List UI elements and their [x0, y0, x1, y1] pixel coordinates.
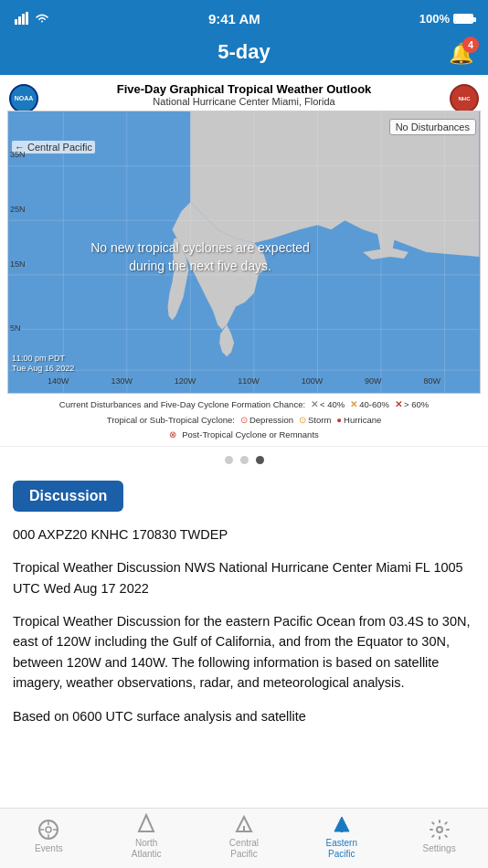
svg-rect-0: [15, 19, 17, 25]
discussion-text: 000 AXPZ20 KNHC 170830 TWDEP Tropical We…: [13, 524, 475, 727]
lat-label-25n: 25N: [10, 205, 26, 214]
lon-80w: 80W: [423, 376, 440, 386]
lat-label-5n: 5N: [10, 323, 21, 333]
map-timestamp: 11:00 pm PDT Tue Aug 16 2022: [12, 354, 74, 375]
nav-item-eastern-pacific[interactable]: EasternPacific: [292, 813, 390, 860]
map-wrapper[interactable]: Central Pacific No Disturbances 35N 25N …: [7, 111, 481, 394]
lat-label-15n: 15N: [10, 259, 26, 269]
signal-icon: [15, 12, 31, 25]
lon-120w: 120W: [175, 376, 196, 386]
status-time: 9:41 AM: [208, 11, 260, 26]
longitude-labels: 140W 130W 120W 110W 100W 90W 80W: [8, 376, 480, 386]
eastern-pacific-icon: [331, 813, 353, 835]
timestamp-line1: 11:00 pm PDT: [12, 354, 65, 363]
discussion-para2: Tropical Weather Discussion NWS National…: [13, 557, 475, 598]
nav-north-atlantic-label: NorthAtlantic: [132, 838, 162, 860]
lon-130w: 130W: [111, 376, 133, 386]
legend-mid-label: 40-60%: [359, 397, 389, 411]
nav-events-label: Events: [35, 843, 63, 854]
nav-item-north-atlantic[interactable]: NorthAtlantic: [98, 813, 196, 860]
nav-central-pacific-label: CentralPacific: [229, 838, 259, 860]
legend-type-label: Tropical or Sub-Tropical Cyclone:: [107, 413, 235, 427]
no-cyclones-text: No new tropical cyclones are expecteddur…: [90, 240, 310, 276]
lat-label-35n: 35N: [10, 150, 26, 159]
nav-bar: 5-day 🔔 4: [0, 33, 488, 75]
status-bar: 9:41 AM 100%: [0, 0, 488, 33]
timestamp-line2: Tue Aug 16 2022: [12, 364, 74, 373]
events-icon: [37, 819, 59, 841]
discussion-para3: Tropical Weather Discussion for the east…: [13, 611, 475, 693]
legend-low-label: < 40%: [320, 397, 345, 411]
bottom-nav: Events NorthAtlantic CentralPacific East…: [0, 808, 488, 868]
nhc-logo: NHC: [450, 84, 479, 113]
legend-x-mid: ✕: [350, 397, 357, 411]
svg-point-28: [437, 827, 442, 832]
nav-item-settings[interactable]: Settings: [390, 819, 488, 854]
svg-marker-23: [139, 815, 154, 831]
status-right: 100%: [419, 12, 473, 26]
legend-high-label: > 60%: [404, 397, 429, 411]
map-legend: Current Disturbances and Five-Day Cyclon…: [7, 394, 481, 442]
battery-percent: 100%: [419, 12, 450, 26]
discussion-button[interactable]: Discussion: [13, 481, 123, 512]
discussion-para1: 000 AXPZ20 KNHC 170830 TWDEP: [13, 524, 475, 545]
svg-rect-2: [22, 14, 25, 25]
no-disturbances-badge: No Disturbances: [389, 119, 476, 135]
lon-140w: 140W: [48, 376, 69, 386]
legend-storm: Storm: [308, 413, 331, 427]
discussion-para4: Based on 0600 UTC surface analysis and s…: [13, 706, 475, 726]
svg-point-18: [46, 827, 51, 832]
legend-hurricane-icon: ●: [336, 413, 342, 427]
svg-rect-1: [18, 16, 21, 25]
map-header-row: NOAA Five-Day Graphical Tropical Weather…: [7, 82, 481, 107]
notification-badge: 4: [462, 37, 479, 53]
legend-text: Current Disturbances and Five-Day Cyclon…: [59, 397, 305, 411]
map-container: NOAA Five-Day Graphical Tropical Weather…: [0, 75, 488, 447]
legend-x-high: ✕: [395, 397, 402, 411]
notification-bell[interactable]: 🔔 4: [449, 42, 473, 66]
nav-item-events[interactable]: Events: [0, 819, 98, 854]
nav-title: 5-day: [217, 40, 270, 64]
noaa-logo: NOAA: [9, 84, 38, 113]
dots-container: [0, 447, 488, 470]
legend-depression-icon: ⊙: [240, 413, 248, 427]
lon-100w: 100W: [302, 376, 324, 386]
legend-post-tropical-icon: ⊗: [169, 428, 176, 441]
status-left: [15, 12, 49, 25]
lon-110w: 110W: [238, 376, 260, 386]
settings-icon: [429, 819, 451, 841]
dot-3[interactable]: [256, 456, 264, 464]
dot-2[interactable]: [240, 456, 249, 464]
legend-depression: Depression: [249, 413, 293, 427]
legend-post-tropical: Post-Tropical Cyclone or Remnants: [182, 428, 319, 441]
wifi-icon: [35, 13, 49, 24]
nav-item-central-pacific[interactable]: CentralPacific: [196, 813, 293, 860]
battery-icon: [453, 14, 473, 24]
legend-x-low: ✕: [311, 397, 318, 411]
lon-90w: 90W: [365, 376, 382, 386]
legend-storm-icon: ⊙: [299, 413, 306, 427]
map-header-title: Five-Day Graphical Tropical Weather Outl…: [117, 82, 372, 96]
nav-settings-label: Settings: [423, 843, 456, 854]
svg-rect-3: [26, 12, 28, 25]
central-pacific-icon: [233, 813, 255, 835]
discussion-section: Discussion 000 AXPZ20 KNHC 170830 TWDEP …: [0, 470, 488, 751]
nav-eastern-pacific-label: EasternPacific: [326, 838, 357, 860]
dot-1[interactable]: [225, 456, 233, 464]
legend-hurricane: Hurricane: [344, 413, 381, 427]
north-atlantic-icon: [135, 813, 157, 835]
map-header-subtitle: National Hurricane Center Miami, Florida: [117, 96, 372, 107]
